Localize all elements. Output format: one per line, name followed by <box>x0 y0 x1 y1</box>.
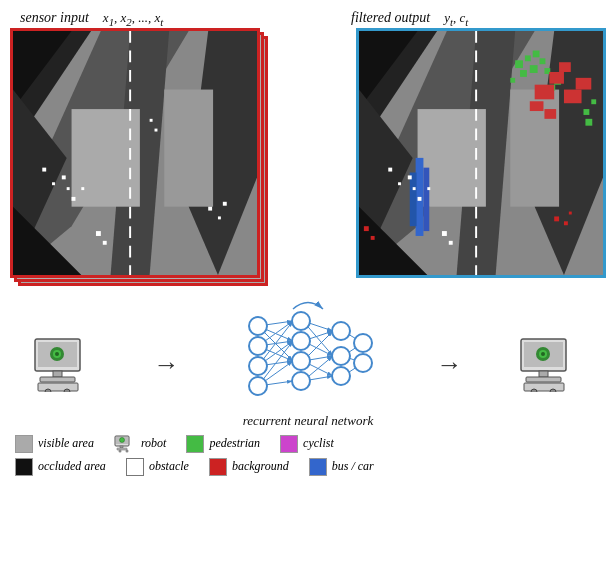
sensor-label: sensor input x1, x2, ..., xt <box>15 10 270 28</box>
robot-label: robot <box>141 436 167 451</box>
svg-point-81 <box>64 389 70 392</box>
right-computer <box>516 337 586 392</box>
legend-bus-car: bus / car <box>309 458 374 476</box>
output-panel <box>356 28 606 278</box>
svg-point-136 <box>118 449 121 452</box>
svg-rect-19 <box>223 201 227 205</box>
svg-rect-69 <box>427 187 430 190</box>
svg-rect-39 <box>569 211 572 214</box>
arrow-to-network: → <box>154 350 180 380</box>
svg-rect-43 <box>530 65 538 73</box>
panel-title-row: sensor input x1, x2, ..., xt filtered ou… <box>10 10 606 28</box>
svg-rect-67 <box>413 187 416 190</box>
sensor-panel <box>10 28 260 278</box>
neural-network-wrapper: recurrent neural network <box>233 301 383 429</box>
obstacle-label: obstacle <box>149 459 189 474</box>
svg-point-120 <box>354 354 372 372</box>
occluded-area-label: occluded area <box>38 459 106 474</box>
legend-occluded-area: occluded area <box>15 458 106 476</box>
visible-area-color <box>15 435 33 453</box>
svg-point-130 <box>550 389 556 392</box>
svg-rect-23 <box>155 128 158 131</box>
svg-rect-55 <box>549 72 564 84</box>
svg-point-115 <box>292 372 310 390</box>
occluded-area-color <box>15 458 33 476</box>
svg-point-113 <box>292 332 310 350</box>
svg-point-117 <box>332 347 350 365</box>
legend-section: visible area robot pedestrian <box>10 435 606 479</box>
svg-rect-78 <box>40 377 75 382</box>
top-section <box>10 28 606 293</box>
svg-rect-51 <box>583 109 589 115</box>
svg-rect-65 <box>398 182 401 185</box>
svg-rect-38 <box>564 221 568 225</box>
sensor-label-text: sensor input <box>20 10 89 25</box>
svg-rect-68 <box>418 197 422 201</box>
sensor-vars: x1, x2, ..., xt <box>103 10 163 25</box>
svg-point-114 <box>292 352 310 370</box>
svg-rect-37 <box>554 216 559 221</box>
output-scene-svg <box>359 31 603 275</box>
svg-rect-64 <box>388 167 392 171</box>
svg-rect-45 <box>533 50 540 57</box>
svg-rect-40 <box>515 60 523 68</box>
svg-rect-58 <box>576 77 592 89</box>
svg-rect-17 <box>208 206 212 210</box>
svg-rect-36 <box>371 236 375 240</box>
pedestrian-color <box>186 435 204 453</box>
svg-rect-60 <box>544 109 556 119</box>
svg-rect-135 <box>117 448 127 450</box>
svg-rect-63 <box>410 172 417 226</box>
svg-point-119 <box>354 334 372 352</box>
svg-rect-59 <box>530 101 544 111</box>
svg-point-129 <box>531 389 537 392</box>
neural-network-svg <box>233 301 383 411</box>
svg-point-111 <box>249 377 267 395</box>
pedestrian-label: pedestrian <box>209 436 260 451</box>
svg-point-109 <box>249 337 267 355</box>
svg-rect-47 <box>510 77 515 82</box>
svg-rect-20 <box>96 231 101 236</box>
svg-point-108 <box>249 317 267 335</box>
svg-point-125 <box>541 352 545 356</box>
svg-rect-35 <box>364 226 369 231</box>
svg-rect-66 <box>408 175 412 179</box>
svg-rect-126 <box>539 371 548 377</box>
cyclist-label: cyclist <box>303 436 334 451</box>
cyclist-color <box>280 435 298 453</box>
svg-point-112 <box>292 312 310 330</box>
svg-point-110 <box>249 357 267 375</box>
bus-car-color <box>309 458 327 476</box>
obstacle-color <box>126 458 144 476</box>
background-color <box>209 458 227 476</box>
svg-rect-127 <box>526 377 561 382</box>
legend-pedestrian: pedestrian <box>186 435 260 453</box>
legend-robot-icon <box>114 435 136 453</box>
svg-point-116 <box>332 322 350 340</box>
svg-rect-54 <box>535 84 555 99</box>
background-label: background <box>232 459 289 474</box>
svg-rect-128 <box>524 383 564 391</box>
svg-rect-53 <box>585 118 592 125</box>
visible-area-label: visible area <box>38 436 94 451</box>
svg-rect-14 <box>67 187 70 190</box>
sensor-input-wrapper <box>10 28 275 293</box>
legend-cyclist: cyclist <box>280 435 334 453</box>
svg-rect-18 <box>218 216 221 219</box>
rnn-label: recurrent neural network <box>243 413 373 429</box>
svg-rect-62 <box>423 167 429 230</box>
svg-rect-52 <box>591 99 596 104</box>
legend-visible-area: visible area <box>15 435 94 453</box>
sensor-scene-svg <box>13 31 257 275</box>
legend-robot: robot <box>114 435 167 453</box>
svg-rect-134 <box>120 446 123 448</box>
left-computer <box>30 337 100 392</box>
legend-background: background <box>209 458 289 476</box>
svg-rect-9 <box>164 89 213 206</box>
svg-point-76 <box>55 352 59 356</box>
right-computer-icon <box>516 337 586 392</box>
svg-point-133 <box>119 437 124 442</box>
svg-point-118 <box>332 367 350 385</box>
svg-rect-79 <box>38 383 78 391</box>
main-container: sensor input x1, x2, ..., xt filtered ou… <box>0 0 616 582</box>
